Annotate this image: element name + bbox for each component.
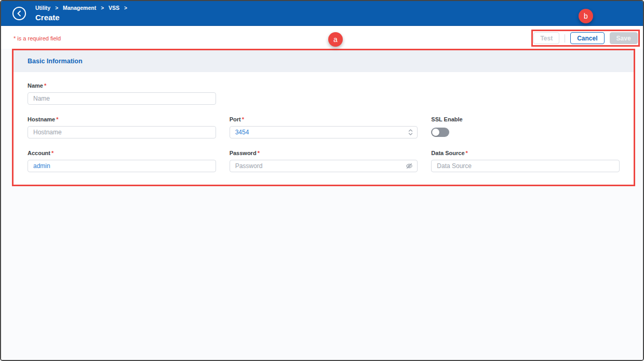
account-label: Account* [28, 150, 216, 156]
chevron-right-icon: > [101, 5, 104, 11]
main-content: Basic Information Name* [1, 49, 643, 361]
required-asterisk: * [51, 150, 53, 156]
toggle-knob [432, 129, 439, 136]
name-label: Name* [28, 82, 216, 89]
password-label: Password* [230, 150, 418, 156]
port-field-group: Port* [230, 116, 418, 138]
required-asterisk: * [258, 150, 260, 156]
chevron-right-icon: > [124, 5, 127, 11]
ssl-enable-label: SSL Enable [431, 116, 620, 122]
ssl-field-group: SSL Enable [431, 116, 620, 138]
app-header: Utility > Management > VSS > Create [1, 1, 643, 26]
breadcrumb-item-utility[interactable]: Utility [35, 5, 50, 11]
hostname-input[interactable] [28, 126, 216, 138]
panel-header: Basic Information [14, 50, 634, 72]
port-input[interactable] [230, 126, 418, 138]
port-label: Port* [230, 116, 418, 122]
breadcrumb-item-vss[interactable]: VSS [109, 5, 119, 11]
datasource-field-group: Data Source* [431, 150, 620, 172]
name-label-text: Name [28, 82, 43, 89]
password-label-text: Password [230, 150, 257, 156]
panel-title: Basic Information [28, 58, 83, 65]
breadcrumb: Utility > Management > VSS > [35, 5, 127, 11]
name-field-group: Name* [28, 82, 216, 105]
required-asterisk: * [466, 150, 468, 156]
account-input[interactable] [28, 160, 216, 172]
port-label-text: Port [230, 116, 241, 122]
hostname-label-text: Hostname [28, 116, 55, 122]
password-input[interactable] [230, 160, 418, 172]
page-title: Create [35, 12, 127, 22]
button-divider [565, 34, 565, 43]
page: Utility > Management > VSS > Create * is… [0, 0, 644, 361]
required-asterisk: * [242, 116, 244, 122]
chevron-left-icon [17, 10, 22, 17]
eye-off-icon[interactable] [406, 163, 413, 169]
basic-information-panel: Basic Information Name* [12, 49, 635, 186]
annotation-badge-b: b [579, 9, 593, 23]
breadcrumb-item-management[interactable]: Management [63, 5, 96, 11]
hostname-field-group: Hostname* [28, 116, 216, 138]
datasource-label: Data Source* [431, 150, 620, 156]
account-label-text: Account [28, 150, 50, 156]
required-field-note: * is a required field [14, 35, 61, 41]
toolbar: * is a required field Test Cancel Save [1, 26, 643, 49]
chevron-right-icon: > [55, 5, 58, 11]
datasource-input[interactable] [431, 160, 620, 172]
back-button[interactable] [12, 7, 26, 20]
save-button[interactable]: Save [610, 32, 638, 44]
name-input[interactable] [28, 92, 216, 105]
annotation-badge-a: a [328, 32, 343, 47]
required-asterisk: * [44, 82, 46, 89]
required-asterisk: * [56, 116, 58, 122]
password-field-group: Password* [230, 150, 418, 172]
account-field-group: Account* [28, 150, 216, 172]
annotation-box-buttons: Test Cancel Save [531, 30, 640, 47]
cancel-button[interactable]: Cancel [570, 32, 604, 44]
ssl-enable-toggle[interactable] [431, 128, 449, 137]
ssl-enable-label-text: SSL Enable [431, 116, 462, 122]
test-button[interactable]: Test [533, 32, 559, 44]
datasource-label-text: Data Source [431, 150, 464, 156]
hostname-label: Hostname* [28, 116, 216, 122]
number-stepper-icon[interactable] [408, 129, 413, 136]
